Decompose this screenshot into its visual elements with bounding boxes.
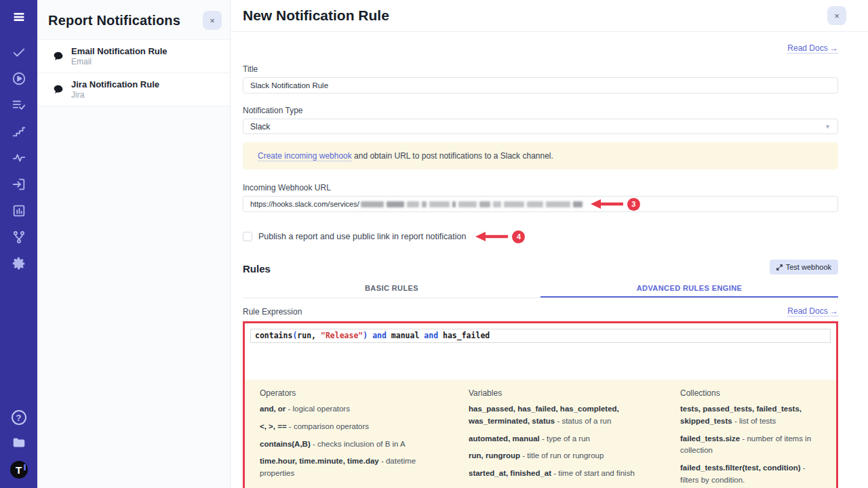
help-entry: <, >, == - comparison operators — [260, 421, 444, 433]
form-content: Read Docs → Title Notification Type Slac… — [231, 32, 868, 488]
sidebar: ?T — [0, 0, 37, 488]
code-token: manual — [391, 331, 420, 340]
report-notifications-panel: Report Notifications × Email Notificatio… — [37, 0, 231, 488]
chat-bubble-icon — [52, 50, 64, 62]
webhook-info-box: Create incoming webhook and obtain URL t… — [243, 142, 838, 169]
sidebar-item-test-plans[interactable] — [10, 98, 28, 115]
rules-read-docs-link[interactable]: Read Docs → — [787, 306, 838, 317]
menu-icon — [12, 9, 26, 27]
test-plans-icon — [12, 98, 26, 115]
webhook-info-text: and obtain URL to post notifications to … — [352, 151, 553, 161]
notification-rule-item[interactable]: Email Notification Rule Email — [37, 40, 230, 73]
publish-report-row: Publish a report and use public link in … — [243, 230, 838, 243]
code-token: "Release" — [321, 331, 363, 340]
webhook-url-redacted — [361, 201, 583, 207]
tab-advanced-rules-engine[interactable]: ADVANCED RULES ENGINE — [540, 281, 838, 298]
help-entry: contains(A,B) - checks inclusion of B in… — [260, 439, 444, 451]
notification-rule-type: Jira — [71, 90, 159, 100]
help-entry: automated, manual - type of a run — [469, 433, 656, 445]
help-entry: tests, passed_tests, failed_tests, skipp… — [680, 403, 821, 428]
rule-expression-label: Rule Expression — [243, 307, 302, 317]
sidebar-item-projects[interactable] — [10, 435, 28, 453]
sidebar-item-milestones-steps[interactable] — [10, 124, 28, 142]
title-input[interactable] — [243, 77, 838, 94]
annotation-badge-4: 4 — [512, 230, 525, 243]
help-column-header: Variables — [469, 388, 656, 398]
main-header: New Notification Rule × — [231, 0, 868, 32]
rules-heading: Rules — [243, 263, 271, 274]
panel-title: Report Notifications — [48, 13, 180, 28]
dialog-close-button[interactable]: × — [827, 6, 846, 25]
editor-empty-area[interactable] — [245, 348, 836, 380]
help-icon[interactable]: ? — [12, 410, 26, 425]
webhook-url-prefix: https://hooks.slack.com/services/ — [250, 200, 359, 208]
help-entry: and, or - logical operators — [260, 403, 444, 415]
publish-report-checkbox[interactable] — [243, 232, 252, 241]
help-entry: run, rungroup - title of run or rungroup — [469, 450, 656, 462]
code-token: and — [419, 331, 443, 340]
help-entry: failed_tests.filter(test, condition) - f… — [680, 462, 821, 487]
code-token: contains — [255, 331, 292, 340]
notification-type-select[interactable]: Slack ▼ — [243, 119, 838, 134]
branches-icon — [12, 230, 26, 247]
panel-close-button[interactable]: × — [203, 11, 222, 30]
annotation-badge-3: 3 — [627, 198, 640, 211]
notification-rule-title: Email Notification Rule — [71, 46, 167, 56]
notification-rule-list: Email Notification Rule Email Jira Notif… — [37, 39, 230, 106]
sidebar-item-import[interactable] — [10, 177, 28, 195]
send-test-icon — [776, 264, 783, 270]
avatar[interactable]: T — [10, 461, 28, 479]
code-token: run, — [297, 331, 321, 340]
rules-tabs: BASIC RULES ADVANCED RULES ENGINE — [243, 281, 838, 298]
rule-expression-editor[interactable]: contains(run, "Release") and manual and … — [250, 329, 831, 343]
help-entry: 0.seconds_ago - same as Time.now — [260, 485, 444, 488]
sidebar-item-settings-gear[interactable] — [10, 256, 28, 274]
help-column-header: Operators — [260, 388, 444, 398]
expression-help-panel: Operators and, or - logical operators<, … — [245, 380, 836, 488]
read-docs-link[interactable]: Read Docs → — [787, 43, 838, 54]
publish-report-label: Publish a report and use public link in … — [258, 232, 466, 241]
sidebar-item-reports-chart[interactable] — [10, 203, 28, 221]
test-webhook-button[interactable]: Test webhook — [770, 260, 838, 274]
help-column-header: Collections — [680, 388, 821, 398]
title-label: Title — [243, 64, 838, 74]
code-token: and — [368, 331, 391, 340]
notification-rule-type: Email — [71, 57, 167, 66]
chat-bubble-icon — [52, 83, 64, 96]
webhook-url-input[interactable]: https://hooks.slack.com/services/ 3 — [243, 196, 838, 212]
page-title: New Notification Rule — [243, 7, 389, 24]
webhook-url-label: Incoming Webhook URL — [243, 183, 838, 192]
create-webhook-link[interactable]: Create incoming webhook — [258, 151, 352, 161]
help-entry: failed_tests.size - number of items in c… — [680, 433, 821, 458]
settings-gear-icon — [12, 256, 26, 274]
help-entry: has_passed, has_failed, has_completed, w… — [469, 403, 656, 428]
code-token: has_failed — [443, 331, 490, 340]
sidebar-item-menu[interactable] — [10, 9, 28, 27]
sidebar-item-tests-check[interactable] — [10, 45, 28, 62]
panel-header: Report Notifications × — [37, 0, 230, 37]
sidebar-item-pulse[interactable] — [10, 150, 28, 168]
import-icon — [12, 177, 26, 195]
tab-basic-rules[interactable]: BASIC RULES — [243, 281, 540, 298]
notification-rule-item[interactable]: Jira Notification Rule Jira — [37, 73, 230, 106]
notification-type-label: Notification Type — [243, 106, 838, 115]
test-webhook-label: Test webhook — [786, 263, 831, 271]
help-column-variables: Variables has_passed, has_failed, has_co… — [469, 388, 656, 488]
notification-rule-title: Jira Notification Rule — [71, 79, 159, 89]
sidebar-item-branches[interactable] — [10, 230, 28, 247]
main-area: New Notification Rule × Read Docs → Titl… — [231, 0, 868, 488]
projects-folder-icon — [12, 435, 26, 453]
annotation-arrow-3 — [589, 199, 625, 209]
sidebar-item-runs-play[interactable] — [10, 71, 28, 89]
tests-check-icon — [12, 45, 26, 62]
milestones-steps-icon — [12, 124, 26, 142]
pulse-icon — [12, 150, 26, 168]
help-entry: time.hour, time.minute, time.day - datet… — [260, 455, 444, 480]
help-entry: started_at, finished_at - time of start … — [469, 468, 656, 480]
runs-play-icon — [12, 71, 26, 89]
chevron-down-icon: ▼ — [825, 123, 831, 130]
notification-type-value: Slack — [250, 122, 270, 131]
help-column-collections: Collections tests, passed_tests, failed_… — [680, 388, 821, 488]
help-column-operators: Operators and, or - logical operators<, … — [260, 388, 444, 488]
app-root: ?T Report Notifications × Email Notifica… — [0, 0, 868, 488]
